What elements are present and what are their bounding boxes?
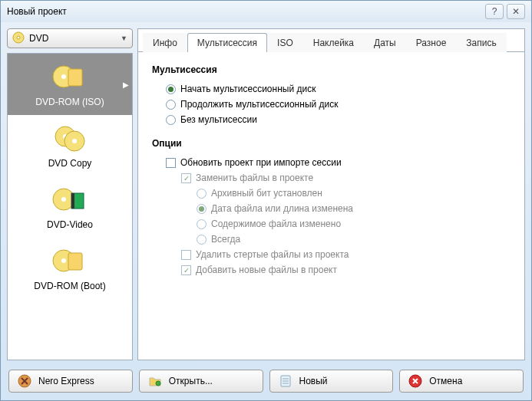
disc-icon [12,31,25,45]
sidebar: DVD ▼ DVD-ROM (ISO) ▶ DVD Copy [7,28,133,360]
sidebar-item-dvd-video[interactable]: DVD-Video [8,176,132,238]
sidebar-item-label: DVD-Video [47,219,93,230]
checkbox-icon [181,250,191,260]
tab-label: ISO [277,38,293,48]
dvd-video-icon [51,184,88,215]
tab-multisession[interactable]: Мультисессия [187,33,267,52]
selected-arrow-icon: ▶ [123,81,129,89]
radio-label: Архивный бит установлен [211,188,322,199]
svg-rect-15 [68,253,82,270]
radio-icon [166,115,176,125]
tab-burn[interactable]: Запись [456,33,506,52]
sidebar-item-dvdrom-boot[interactable]: DVD-ROM (Boot) [8,238,132,299]
tab-label: Наклейка [313,38,354,48]
cancel-icon [408,373,423,389]
radio-start-multisession[interactable]: Начать мультисессионный диск [152,81,511,97]
tab-body: Мультисессия Начать мультисессионный дис… [138,52,524,360]
tab-bar: Инфо Мультисессия ISO Наклейка Даты Разн… [138,32,524,52]
checkbox-icon [181,173,191,183]
checkbox-update-on-import[interactable]: Обновить проект при импорте сессии [152,155,511,170]
tab-label-tab[interactable]: Наклейка [303,33,364,52]
checkbox-label: Заменить файлы в проекте [196,173,313,183]
checkbox-label: Обновить проект при импорте сессии [180,157,342,168]
titlebar: Новый проект ? ✕ [1,1,531,22]
tab-label: Инфо [153,38,177,48]
radio-date-or-length: Дата файла или длина изменена [152,201,511,216]
svg-point-14 [61,258,66,263]
cancel-button[interactable]: Отмена [399,370,524,393]
svg-point-17 [156,381,160,386]
checkbox-label: Добавить новые файлы в проект [196,265,337,275]
checkbox-replace-files: Заменить файлы в проекте [152,170,511,186]
tab-dates[interactable]: Даты [364,33,406,52]
new-file-icon [278,373,293,389]
radio-always: Всегда [152,232,511,247]
radio-icon [166,100,176,110]
radio-icon [197,204,207,214]
svg-rect-12 [71,193,74,209]
checkbox-delete-erased: Удалить стертые файлы из проекта [152,247,511,262]
button-label: Отмена [429,376,462,386]
options-heading: Опции [152,138,511,149]
svg-point-10 [61,197,66,202]
main-panel: Инфо Мультисессия ISO Наклейка Даты Разн… [137,28,525,360]
svg-point-8 [72,139,77,143]
bottom-bar: Nero Express Открыть... Новый Отмена [1,363,531,400]
tab-label: Мультисессия [197,38,257,48]
checkbox-add-new: Добавить новые файлы в проект [152,262,511,278]
radio-label: Содержимое файла изменено [211,219,341,229]
content-row: DVD ▼ DVD-ROM (ISO) ▶ DVD Copy [1,22,531,363]
tab-label: Даты [374,38,396,48]
radio-label: Дата файла или длина изменена [211,203,353,214]
chevron-down-icon: ▼ [121,35,127,42]
disc-type-dropdown[interactable]: DVD ▼ [7,28,133,48]
radio-archive-bit: Архивный бит установлен [152,186,511,201]
titlebar-controls: ? ✕ [485,4,525,19]
multisession-heading: Мультисессия [152,64,511,75]
help-button[interactable]: ? [485,4,504,19]
dropdown-label: DVD [29,33,116,44]
tab-label: Запись [466,38,496,48]
dvd-copy-icon [51,123,88,153]
svg-point-1 [17,36,20,39]
radio-label: Всегда [211,234,240,245]
new-button[interactable]: Новый [269,370,394,393]
tab-info[interactable]: Инфо [143,33,187,52]
radio-icon [197,219,207,229]
radio-label: Начать мультисессионный диск [180,84,316,94]
dialog-window: Новый проект ? ✕ DVD ▼ DVD-ROM (ISO) [0,0,532,401]
tab-misc[interactable]: Разное [406,33,457,52]
radio-content-changed: Содержимое файла изменено [152,216,511,232]
dvdrom-boot-icon [51,245,88,276]
nero-express-button[interactable]: Nero Express [8,370,133,393]
open-button[interactable]: Открыть... [139,370,263,393]
checkbox-icon [166,158,176,168]
project-type-list[interactable]: DVD-ROM (ISO) ▶ DVD Copy DVD-Video [7,53,133,360]
folder-open-icon [147,373,163,389]
tab-label: Разное [416,38,447,48]
radio-continue-multisession[interactable]: Продолжить мультисессионный диск [152,97,511,112]
button-label: Открыть... [169,376,213,386]
radio-icon [166,84,176,94]
radio-label: Продолжить мультисессионный диск [180,99,339,110]
radio-icon [197,235,207,245]
button-label: Новый [299,376,328,386]
sidebar-item-dvd-copy[interactable]: DVD Copy [8,115,132,176]
sidebar-item-label: DVD Copy [48,158,92,169]
dvdrom-iso-icon [51,61,88,92]
nero-icon [17,373,32,389]
sidebar-item-dvdrom-iso[interactable]: DVD-ROM (ISO) ▶ [8,54,132,115]
checkbox-label: Удалить стертые файлы из проекта [196,249,349,260]
radio-label: Без мультисессии [180,114,257,125]
button-label: Nero Express [38,376,94,386]
svg-point-3 [61,74,66,79]
sidebar-item-label: DVD-ROM (ISO) [35,97,104,107]
radio-icon [197,189,207,199]
sidebar-item-label: DVD-ROM (Boot) [34,281,105,291]
tab-iso[interactable]: ISO [267,33,303,52]
radio-no-multisession[interactable]: Без мультисессии [152,112,511,127]
close-button[interactable]: ✕ [507,4,525,19]
window-title: Новый проект [7,6,485,17]
checkbox-icon [181,265,191,275]
svg-rect-4 [68,69,82,86]
